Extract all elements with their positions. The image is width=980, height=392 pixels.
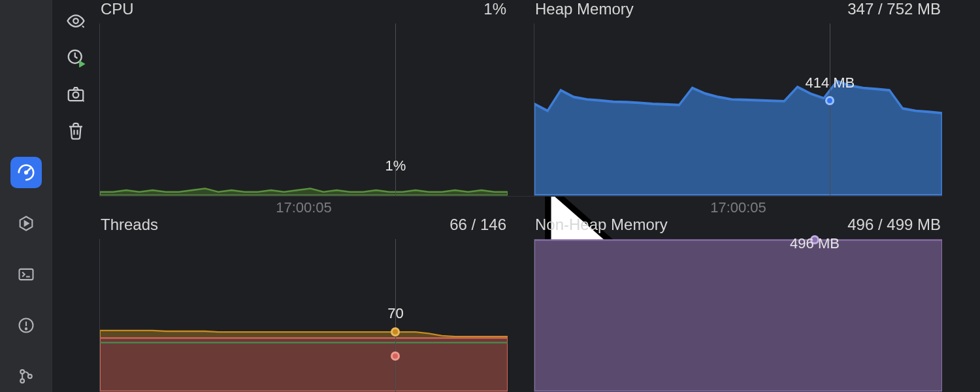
- trash-button[interactable]: [61, 116, 90, 145]
- hover-label: 496 MB: [790, 235, 840, 256]
- camera-button[interactable]: [61, 80, 90, 108]
- gauge-button[interactable]: [10, 157, 42, 188]
- warning-icon: [17, 316, 35, 335]
- data-point-marker: [391, 351, 400, 361]
- panel-title: Non-Heap Memory: [535, 216, 668, 234]
- terminal-icon: [17, 265, 35, 284]
- panel-cpu[interactable]: CPU 1% 1% 17:00:05: [99, 0, 508, 196]
- svg-point-0: [25, 171, 27, 174]
- svg-rect-1: [20, 269, 33, 280]
- clock-play-icon: [66, 48, 86, 67]
- panel-threads[interactable]: Threads 66 / 146 70 17:00:05: [99, 196, 508, 392]
- chart-nonheap[interactable]: 496 MB 17:00:05: [534, 239, 942, 392]
- panel-value: 1%: [483, 0, 506, 18]
- svg-point-5: [20, 379, 24, 383]
- eye-button[interactable]: [61, 7, 90, 35]
- warning-button[interactable]: [10, 310, 42, 341]
- data-point-marker: [825, 96, 834, 105]
- panel-value: 496 / 499 MB: [847, 216, 941, 234]
- camera-icon: [66, 84, 86, 104]
- hover-label: 70: [387, 305, 403, 326]
- chart-heap[interactable]: 414 MB 17:00:05: [534, 24, 942, 196]
- svg-point-7: [73, 18, 78, 24]
- left-rail: [0, 0, 52, 392]
- vcs-icon: [17, 367, 35, 385]
- panel-nonheap[interactable]: Non-Heap Memory 496 / 499 MB 496 MB 17:0…: [534, 196, 942, 392]
- tool-column: [52, 0, 99, 392]
- panel-title: CPU: [101, 0, 134, 18]
- trash-icon: [66, 121, 86, 140]
- clock-play-button[interactable]: [61, 43, 90, 72]
- gauge-icon: [16, 163, 36, 182]
- svg-point-6: [28, 374, 32, 378]
- chart-cpu[interactable]: 1% 17:00:05: [99, 24, 508, 196]
- panel-heap[interactable]: Heap Memory 347 / 752 MB 414 MB 17:00:05: [534, 0, 942, 196]
- svg-point-10: [73, 92, 79, 98]
- panel-title: Heap Memory: [535, 0, 634, 18]
- terminal-button[interactable]: [10, 259, 42, 290]
- hover-label: 414 MB: [805, 74, 855, 95]
- panel-value: 347 / 752 MB: [847, 0, 941, 18]
- vcs-button[interactable]: [10, 361, 42, 392]
- data-point-marker: [391, 327, 400, 336]
- chart-threads[interactable]: 70 17:00:05: [99, 239, 508, 392]
- panel-title: Threads: [101, 216, 158, 234]
- cursor-line: [830, 24, 830, 195]
- svg-point-4: [20, 370, 24, 374]
- row-divider: [99, 196, 942, 197]
- play-outline-icon: [17, 214, 35, 233]
- eye-icon: [66, 11, 86, 31]
- svg-point-3: [25, 328, 27, 329]
- play-outline-button[interactable]: [10, 208, 42, 239]
- panel-value: 66 / 146: [449, 216, 506, 234]
- hover-label: 1%: [385, 157, 406, 178]
